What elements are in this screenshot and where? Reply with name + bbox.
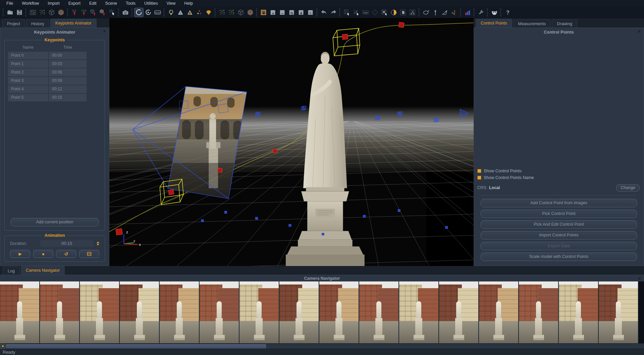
menu-help[interactable]: Help (180, 0, 197, 6)
camera-thumbnail[interactable] (239, 281, 279, 343)
loop-button[interactable]: ↺ (56, 250, 76, 258)
rect-selection-button[interactable] (342, 8, 352, 17)
menu-utilities[interactable]: Utilities (140, 0, 162, 6)
show-dense-button[interactable] (227, 8, 236, 17)
show-mesh-button[interactable] (236, 8, 246, 17)
textured-view-button[interactable] (185, 8, 195, 17)
photo-lock-button[interactable] (259, 8, 268, 17)
tab-control-points[interactable]: Control Points (476, 19, 512, 28)
statistics-button[interactable] (463, 8, 472, 17)
gizmo-tool-button[interactable] (440, 8, 449, 17)
camera-thumbnail[interactable] (319, 281, 359, 343)
lasso-selection-button[interactable] (421, 8, 431, 17)
table-row[interactable]: Point 400:12 (8, 85, 87, 93)
render-quality-button[interactable] (204, 8, 213, 17)
export-data-button[interactable]: Export Data (481, 242, 637, 250)
camera-thumbnail[interactable] (359, 281, 399, 343)
multi-view-button[interactable] (195, 8, 204, 17)
show-control-points-name-row[interactable]: Show Control Points Name (477, 174, 644, 181)
wasd-navigation-button[interactable] (153, 8, 162, 17)
open-project-button[interactable] (5, 8, 15, 17)
checkbox-checked-icon[interactable] (477, 169, 481, 173)
invert-selection-button[interactable] (389, 8, 398, 17)
camera-thumbnail[interactable] (599, 281, 639, 343)
masks-button[interactable] (490, 8, 499, 17)
add-control-point-button[interactable]: Add Control Point from images (481, 199, 637, 207)
tab-log[interactable]: Log (3, 267, 20, 275)
record-button[interactable]: ● (33, 250, 53, 258)
menu-workflow[interactable]: Workflow (17, 0, 43, 6)
stepper-up-icon[interactable] (97, 241, 99, 243)
camera-thumbnail[interactable] (399, 281, 439, 343)
table-row[interactable]: Point 100:03 (8, 60, 87, 68)
import-control-points-button[interactable]: Import Control Points (481, 231, 637, 239)
plane-selection-button[interactable] (398, 8, 408, 17)
camera-thumbnail[interactable] (200, 281, 239, 343)
tab-project[interactable]: Project (2, 19, 25, 28)
save-project-button[interactable] (15, 8, 24, 17)
play-button[interactable]: ▶ (10, 250, 30, 258)
add-current-position-button[interactable]: Add current position (11, 218, 99, 226)
photo-lock-alt-button[interactable] (297, 8, 306, 17)
menu-edit[interactable]: Edit (85, 0, 101, 6)
dense-point-cloud-button[interactable] (47, 8, 56, 17)
camera-thumbnail[interactable] (80, 281, 120, 343)
scale-model-button[interactable]: Scale model with Control Points (481, 253, 637, 261)
checkbox-checked-icon[interactable] (477, 176, 481, 180)
tab-keypoints-animator[interactable]: Keypoints Animator (50, 19, 97, 28)
show-control-points-row[interactable]: Show Control Points (477, 168, 644, 174)
menu-scene[interactable]: Scene (101, 0, 121, 6)
close-icon[interactable]: ✕ (637, 29, 641, 34)
orbit-navigation-button[interactable] (134, 8, 144, 17)
show-sparse-button[interactable] (217, 8, 227, 17)
menu-export[interactable]: Export (64, 0, 85, 6)
snapshot-button[interactable] (121, 8, 130, 17)
undo-button[interactable] (319, 8, 329, 17)
settings-button[interactable] (476, 8, 486, 17)
turntable-navigation-button[interactable] (144, 8, 153, 17)
scrollbar-left-button[interactable] (0, 344, 5, 349)
table-row[interactable]: Point 000:00 (8, 52, 87, 59)
generate-mesh-button[interactable] (89, 8, 98, 17)
shaded-view-button[interactable] (176, 8, 185, 17)
viewport-3d[interactable]: z y x (109, 18, 474, 266)
horizontal-scrollbar[interactable] (0, 343, 644, 349)
table-row[interactable]: Point 300:09 (8, 77, 87, 85)
cut-selection-button[interactable] (408, 8, 417, 17)
menu-import[interactable]: Import (43, 0, 64, 6)
photo-remove-button[interactable] (278, 8, 287, 17)
menu-tools[interactable]: Tools (121, 0, 140, 6)
redo-button[interactable] (329, 8, 338, 17)
camera-thumbnail[interactable] (519, 281, 559, 343)
generate-dense-button[interactable] (79, 8, 89, 17)
help-button[interactable] (503, 8, 513, 17)
export-video-button[interactable] (79, 250, 99, 258)
tab-drawing[interactable]: Drawing (552, 19, 577, 28)
close-icon[interactable]: ✕ (103, 29, 106, 34)
camera-thumbnail[interactable] (439, 281, 479, 343)
edit-points-button[interactable] (107, 8, 117, 17)
textured-mesh-button[interactable] (56, 8, 66, 17)
duration-stepper[interactable] (97, 241, 99, 246)
camera-thumbnail[interactable] (40, 281, 80, 343)
transform-axes-button[interactable] (449, 8, 459, 17)
change-crs-button[interactable]: Change (616, 184, 640, 191)
menu-view[interactable]: View (162, 0, 180, 6)
photo-light-button[interactable] (306, 8, 315, 17)
camera-thumbnail[interactable] (120, 281, 160, 343)
deselect-button[interactable] (380, 8, 389, 17)
control-point-tool-button[interactable] (431, 8, 440, 17)
lighting-button[interactable] (166, 8, 176, 17)
camera-thumbnail[interactable] (479, 281, 519, 343)
sparse-point-cloud-button[interactable] (38, 8, 47, 17)
stepper-down-icon[interactable] (97, 244, 99, 246)
table-row[interactable]: Point 500:15 (8, 94, 87, 101)
pick-edit-control-point-button[interactable]: Pick And Edit Control Point (481, 220, 637, 229)
point-selection-button[interactable] (352, 8, 361, 17)
image-keypoints-button[interactable] (28, 8, 38, 17)
duration-value[interactable]: 00:15 (40, 240, 93, 247)
color-selection-button[interactable] (361, 8, 370, 17)
tab-history[interactable]: History (26, 19, 49, 28)
generate-sparse-button[interactable] (70, 8, 79, 17)
tab-measurements[interactable]: Measurements (513, 19, 551, 28)
